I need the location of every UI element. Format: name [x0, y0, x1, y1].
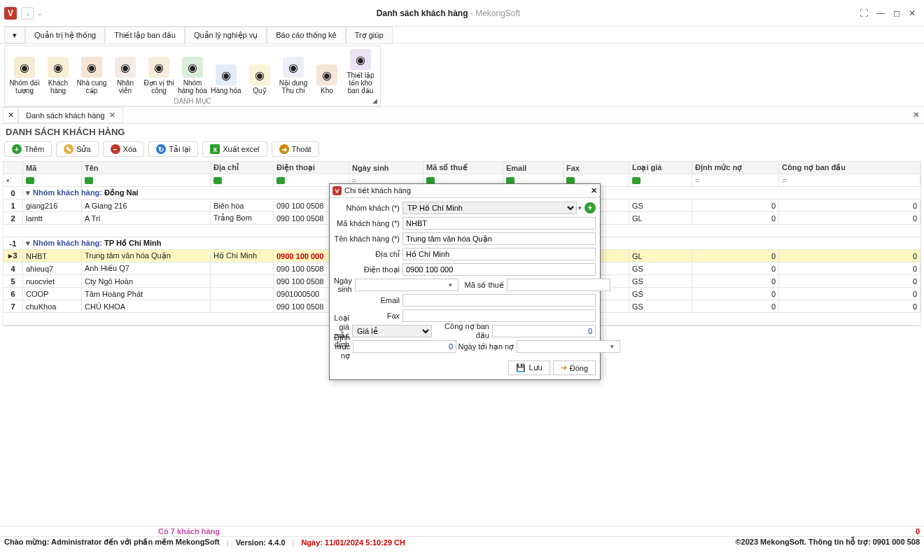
input-nhomkhach[interactable]: TP Hồ Chí Minh [402, 202, 577, 214]
titlebar: V ⌵ ⌵ Danh sách khách hàng - MekongSoft … [0, 0, 924, 27]
ribbon-icon: ◉ [148, 57, 169, 78]
maximize-icon[interactable]: ◻ [889, 8, 904, 18]
col-loaigia[interactable]: Loại giá [629, 162, 692, 174]
ribbon-item-6[interactable]: ◉Hàng hóa [209, 48, 243, 96]
window-title: Danh sách khách hàng [377, 8, 468, 18]
tab-area-close-icon[interactable]: ✕ [913, 110, 920, 120]
col-congno[interactable]: Công nợ ban đầu [779, 162, 920, 174]
reload-button[interactable]: ↻Tải lại [148, 141, 198, 157]
edit-button[interactable]: ✎Sửa [56, 141, 98, 157]
lbl-nhomkhach: Nhóm khách (*) [334, 204, 402, 212]
tab-customers-label: Danh sách khách hàng [26, 111, 105, 120]
menu-tab-2[interactable]: Quản lý nghiệp vụ [185, 27, 267, 43]
close-icon[interactable]: ✕ [904, 8, 920, 18]
ribbon-item-2[interactable]: ◉Nhà cung cấp [75, 48, 108, 96]
tab-customers[interactable]: Danh sách khách hàng ✕ [18, 107, 123, 123]
col-email[interactable]: Email [503, 162, 564, 174]
ribbon-label: Khách hàng [43, 79, 74, 94]
grid-header: Mã Tên Địa chỉ Điện thoại Ngày sinh Mã s… [4, 162, 920, 174]
ribbon-icon: ◉ [316, 64, 337, 85]
menu-tab-3[interactable]: Báo cáo thống kê [267, 27, 346, 43]
app-logo: V [4, 7, 17, 20]
tab-close-all[interactable]: ✕ [3, 107, 18, 123]
menu-tab-0[interactable]: Quản trị hệ thống [25, 27, 105, 43]
action-toolbar: +Thêm ✎Sửa –Xóa ↻Tải lại xXuất excel ➜Th… [0, 140, 924, 161]
ribbon-item-3[interactable]: ◉Nhân viên [108, 48, 142, 96]
ribbon-icon: ◉ [283, 57, 304, 78]
input-fax[interactable] [402, 309, 596, 322]
quickaccess-dropdown[interactable]: ⌵ [21, 7, 34, 20]
input-makhach[interactable] [402, 217, 596, 230]
input-email[interactable] [402, 294, 596, 307]
ribbon-icon: ◉ [182, 57, 203, 78]
add-button[interactable]: +Thêm [4, 141, 52, 157]
ribbon-item-0[interactable]: ◉Nhóm đối tượng [8, 48, 41, 96]
ribbon-label: Nội dung Thu chi [278, 79, 309, 94]
customer-detail-dialog: V Chi tiết khách hàng ✕ Nhóm khách (*) T… [329, 183, 601, 326]
dialog-close-icon[interactable]: ✕ [591, 186, 597, 195]
ribbon-icon: ◉ [216, 64, 237, 85]
input-congno[interactable] [492, 325, 596, 326]
ribbon-item-1[interactable]: ◉Khách hàng [41, 48, 75, 96]
tab-customers-close-icon[interactable]: ✕ [109, 111, 115, 120]
ribbon-group-label: DANH MỤC [5, 97, 380, 105]
dialog-titlebar[interactable]: V Chi tiết khách hàng ✕ [330, 184, 600, 198]
ribbon-label: Kho [321, 87, 333, 94]
fullscreen-icon[interactable]: ⛶ [855, 8, 872, 18]
ribbon-label: Hàng hóa [211, 87, 241, 94]
col-diachi[interactable]: Địa chỉ [211, 162, 274, 174]
col-dinhmucno[interactable]: Định mức nợ [692, 162, 779, 174]
input-ngaysinh[interactable] [355, 279, 458, 291]
menu-tabs-row: ▾ Quản trị hệ thốngThiết lập ban đầuQuản… [0, 27, 924, 44]
menu-tab-4[interactable]: Trợ giúp [346, 27, 393, 43]
ribbon-icon: ◉ [48, 57, 69, 78]
input-loaigia[interactable]: Giá lẻ [352, 325, 432, 326]
ribbon-item-10[interactable]: ◉Thiết lập tồn kho ban đầu [344, 48, 377, 96]
filter-congno[interactable]: = [779, 174, 920, 187]
dialog-title: Chi tiết khách hàng [344, 186, 411, 195]
ribbon-item-9[interactable]: ◉Kho [310, 48, 344, 96]
date-caret-icon[interactable]: ▾ [449, 281, 452, 288]
delete-button[interactable]: –Xóa [103, 141, 145, 157]
ribbon-label: Đơn vị thi công [144, 79, 174, 94]
ribbon-group-expand-icon[interactable]: ◢ [372, 97, 377, 104]
minimize-icon[interactable]: — [872, 8, 889, 18]
menu-tab-1[interactable]: Thiết lập ban đầu [105, 27, 185, 43]
ribbon-group-danhmuc: ◉Nhóm đối tượng◉Khách hàng◉Nhà cung cấp◉… [4, 46, 381, 106]
filter-dinhmucno[interactable]: = [692, 174, 779, 187]
ribbon-item-5[interactable]: ◉Nhóm hàng hóa [176, 48, 209, 96]
ribbon-label: Thiết lập tồn kho ban đầu [345, 71, 376, 94]
input-diachi[interactable] [402, 248, 596, 260]
col-ten[interactable]: Tên [82, 162, 211, 174]
col-fax[interactable]: Fax [564, 162, 629, 174]
ribbon-label: Nhân viên [110, 79, 141, 94]
ribbon-icon: ◉ [350, 49, 371, 70]
col-masothue[interactable]: Mã số thuế [424, 162, 503, 174]
lbl-ngaysinh: Ngày sinh [334, 276, 355, 293]
file-menu-button[interactable]: ▾ [4, 27, 25, 43]
input-tenkhach[interactable] [402, 232, 596, 245]
ribbon-item-4[interactable]: ◉Đơn vị thi công [142, 48, 176, 96]
input-masothue[interactable] [507, 279, 610, 291]
col-ma[interactable]: Mã [23, 162, 82, 174]
ribbon-label: Quỹ [253, 87, 266, 94]
col-ngaysinh[interactable]: Ngày sinh [349, 162, 424, 174]
lbl-diachi: Địa chỉ [334, 250, 402, 259]
filter-icon [26, 177, 34, 184]
input-dienthoai[interactable] [402, 263, 596, 276]
filter-ma[interactable] [23, 174, 82, 187]
filter-diachi[interactable] [211, 174, 274, 187]
dialog-logo: V [332, 186, 342, 195]
export-excel-button[interactable]: xXuất excel [202, 141, 267, 157]
dropdown-caret-icon[interactable]: ▾ [578, 204, 582, 211]
ribbon-item-8[interactable]: ◉Nội dung Thu chi [276, 48, 310, 96]
ribbon-icon: ◉ [81, 57, 102, 78]
add-group-button[interactable]: + [584, 202, 596, 214]
ribbon-icon: ◉ [14, 57, 35, 78]
lbl-tenkhach: Tên khách hàng (*) [334, 234, 402, 243]
col-dienthoai[interactable]: Điện thoại [274, 162, 349, 174]
ribbon-item-7[interactable]: ◉Quỹ [243, 48, 276, 96]
filter-ten[interactable] [82, 174, 211, 187]
exit-button[interactable]: ➜Thoát [272, 141, 319, 157]
filter-loaigia[interactable] [629, 174, 692, 187]
